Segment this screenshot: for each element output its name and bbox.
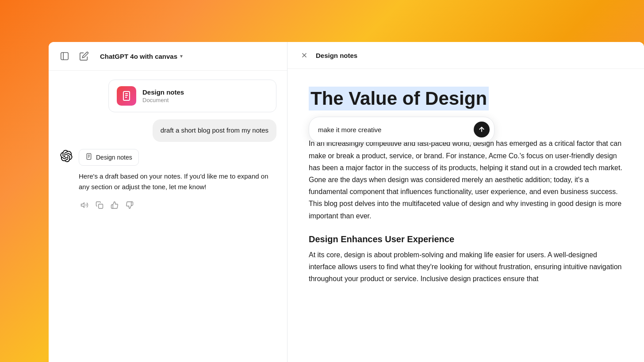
user-message-text: draft a short blog post from my notes [161, 126, 268, 134]
doc-reference-chip[interactable]: Design notes [79, 149, 139, 166]
inline-input-value[interactable]: make it more creative [318, 126, 474, 133]
audio-button[interactable] [79, 199, 90, 211]
chat-content: Design notes Document draft a short blog… [49, 71, 287, 362]
canvas-header: Design notes [288, 42, 644, 69]
thumbs-up-button[interactable] [109, 199, 120, 211]
chat-panel: ChatGPT 4o with canvas ▾ Design notes [49, 42, 288, 362]
sidebar-toggle-button[interactable] [58, 49, 72, 63]
inline-input-box: make it more creative [309, 117, 494, 142]
thumbs-down-button[interactable] [124, 199, 135, 211]
attachment-type: Document [142, 97, 184, 103]
canvas-title: Design notes [316, 52, 357, 59]
svg-rect-0 [61, 53, 69, 60]
doc-chip-icon [85, 153, 92, 162]
canvas-panel: Design notes make it more creative The V… [288, 42, 644, 362]
send-button[interactable] [474, 122, 490, 137]
user-message-bubble: draft a short blog post from my notes [153, 119, 276, 142]
section1-text: At its core, design is about problem-sol… [309, 249, 623, 285]
model-name: ChatGPT 4o with canvas [100, 53, 177, 60]
action-buttons [59, 199, 276, 211]
ai-row-text: Here's a draft based on your notes. If y… [59, 171, 276, 192]
intro-text: In an increasingly competitive and fast-… [309, 137, 623, 221]
chevron-down-icon: ▾ [180, 53, 183, 59]
canvas-content: make it more creative The Value of Desig… [288, 69, 644, 362]
doc-chip-label: Design notes [96, 154, 132, 161]
chat-header: ChatGPT 4o with canvas ▾ [49, 42, 287, 71]
model-selector[interactable]: ChatGPT 4o with canvas ▾ [96, 51, 186, 62]
svg-marker-10 [81, 202, 84, 207]
ai-row-doc: Design notes [59, 149, 276, 166]
ai-avatar [59, 149, 73, 163]
ai-response: Design notes Here's a draft based on you… [59, 149, 276, 192]
copy-button[interactable] [94, 199, 105, 211]
svg-rect-11 [99, 204, 103, 208]
ai-response-text: Here's a draft based on your notes. If y… [79, 171, 276, 192]
inline-input-overlay: make it more creative [309, 117, 623, 142]
new-chat-button[interactable] [77, 49, 91, 63]
app-window: ChatGPT 4o with canvas ▾ Design notes [49, 42, 644, 362]
attachment-card[interactable]: Design notes Document [108, 80, 276, 112]
section1-heading: Design Enhances User Experience [309, 234, 623, 244]
attachment-title: Design notes [142, 88, 184, 96]
close-canvas-button[interactable] [298, 49, 310, 61]
blog-title: The Value of Design [309, 87, 489, 111]
attachment-info: Design notes Document [142, 88, 184, 103]
attachment-icon [117, 86, 136, 106]
